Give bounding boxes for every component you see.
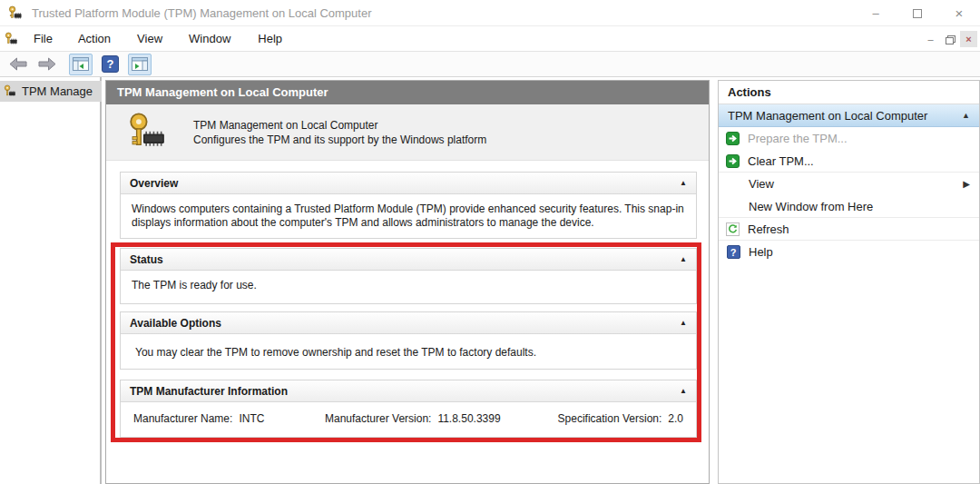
action-clear-tpm[interactable]: Clear TPM... [719,150,979,173]
back-arrow-icon [8,57,28,71]
section-overview-body: Windows computers containing a Trusted P… [121,194,696,238]
tree-item-tpm-management[interactable]: TPM Manage [0,81,102,102]
window-title: Trusted Platform Module (TPM) Management… [32,6,372,20]
section-manufacturer-info-header[interactable]: TPM Manufacturer Information ▲ [121,380,696,402]
collapse-icon: ▲ [680,319,687,327]
section-manufacturer-info-title: TPM Manufacturer Information [130,385,288,398]
forward-button[interactable] [34,54,60,75]
action-view-label: View [749,177,774,191]
section-available-options-header[interactable]: Available Options ▲ [121,312,696,334]
console-tree-icon [73,57,89,71]
menu-view[interactable]: View [128,26,172,52]
submenu-arrow-icon: ▶ [963,179,970,189]
manufacturer-version-value: 11.8.50.3399 [437,412,500,425]
section-available-options-title: Available Options [130,317,221,330]
child-minimize-button[interactable]: – [922,31,939,47]
forward-arrow-icon [37,57,57,71]
menu-file[interactable]: File [24,26,62,52]
section-status: Status ▲ The TPM is ready for use. [120,248,697,304]
tpm-key-icon-tree [4,84,17,98]
action-prepare-tpm[interactable]: Prepare the TPM... [719,127,979,150]
child-restore-button[interactable] [941,31,958,47]
snapin-banner: TPM Management on Local Computer Configu… [106,104,709,161]
help-icon: ? [102,55,119,73]
menu-window[interactable]: Window [180,26,240,52]
close-button[interactable]: × [938,0,980,26]
action-help[interactable]: ? Help [719,241,979,263]
section-overview: Overview ▲ Windows computers containing … [120,172,697,239]
maximize-button[interactable] [897,0,938,26]
manufacturer-fields-row: Manufacturer Name:INTC Manufacturer Vers… [121,402,696,433]
green-arrow-icon [726,154,740,168]
action-new-window[interactable]: New Window from Here [719,195,979,218]
specification-version-label: Specification Version: [558,412,662,425]
tpm-key-chip-icon [128,113,168,153]
show-action-pane-button[interactable] [128,54,152,75]
minimize-button[interactable]: – [855,0,897,26]
section-manufacturer-info: TPM Manufacturer Information ▲ Manufactu… [120,380,697,438]
child-window-controls: – × [922,31,977,47]
section-available-options-body: You may clear the TPM to remove ownershi… [121,334,696,368]
action-view[interactable]: View ▶ [719,173,979,195]
main-panel: TPM Management on Local Computer TPM Man… [105,80,710,484]
manufacturer-name-label: Manufacturer Name: [133,412,232,425]
specification-version-value: 2.0 [668,412,683,425]
toolbar-help-button[interactable]: ? [99,54,122,75]
banner-text: TPM Management on Local Computer Configu… [193,118,486,147]
action-new-window-label: New Window from Here [749,200,873,213]
specification-version-field: Specification Version:2.0 [558,412,683,425]
tree-item-label: TPM Manage [22,84,93,98]
section-available-options: Available Options ▲ You may clear the TP… [120,311,697,370]
console-tree-panel: TPM Manage [0,77,102,484]
child-close-button[interactable]: × [960,31,977,47]
tpm-key-icon [8,5,24,21]
actions-group-tpm-management[interactable]: TPM Management on Local Computer ▲ [719,104,979,127]
collapse-icon: ▲ [680,255,687,263]
section-status-body: The TPM is ready for use. [121,271,696,301]
child-close-icon: × [965,34,971,44]
back-button[interactable] [5,54,31,75]
child-restore-icon [946,35,954,43]
child-minimize-icon: – [927,34,933,44]
section-status-header[interactable]: Status ▲ [121,249,696,271]
manufacturer-version-label: Manufacturer Version: [325,412,431,425]
action-prepare-tpm-label: Prepare the TPM... [748,132,848,145]
actions-group-label: TPM Management on Local Computer [728,109,927,123]
section-overview-header[interactable]: Overview ▲ [121,173,696,194]
show-console-tree-button[interactable] [69,54,93,75]
collapse-icon: ▲ [962,111,970,120]
close-icon: × [956,5,964,21]
actions-panel: Actions TPM Management on Local Computer… [718,80,980,484]
section-status-title: Status [130,253,163,266]
main-panel-header: TPM Management on Local Computer [106,81,709,104]
maximize-icon [913,9,922,18]
menu-help[interactable]: Help [249,26,291,52]
action-clear-tpm-label: Clear TPM... [748,154,814,168]
banner-title: TPM Management on Local Computer [193,118,486,133]
window-controls: – × [855,0,980,26]
menu-bar: File Action View Window Help – × [0,26,980,52]
help-icon: ? [727,245,740,259]
action-pane-icon [132,57,148,71]
manufacturer-name-value: INTC [239,412,264,425]
mmc-window: { "window": { "title": "Trusted Platform… [0,0,980,484]
green-arrow-icon [726,132,740,145]
refresh-icon [726,222,740,236]
banner-subtitle: Configures the TPM and its support by th… [193,133,486,147]
action-refresh-label: Refresh [748,222,789,236]
menu-action[interactable]: Action [69,26,120,52]
actions-panel-title: Actions [719,81,979,104]
toolbar: ? [0,52,980,77]
manufacturer-version-field: Manufacturer Version:11.8.50.3399 [325,412,501,425]
minimize-icon: – [872,6,878,20]
tpm-key-icon-small [5,32,19,46]
action-help-label: Help [749,245,773,259]
collapse-icon: ▲ [680,179,687,187]
collapse-icon: ▲ [680,387,687,395]
section-overview-title: Overview [130,177,178,190]
action-refresh[interactable]: Refresh [719,218,979,241]
title-bar: Trusted Platform Module (TPM) Management… [0,0,980,26]
manufacturer-name-field: Manufacturer Name:INTC [133,412,264,425]
